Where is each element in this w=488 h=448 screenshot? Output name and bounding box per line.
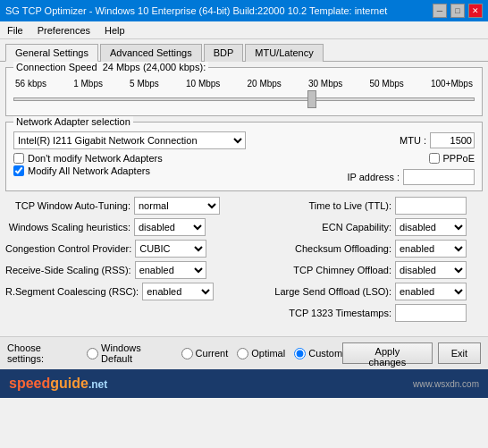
setting-rsc: R.Segment Coalescing (RSC): enableddisab…	[5, 283, 240, 300]
adapter-drop-row: Intel(R) I211 Gigabit Network Connection	[13, 131, 246, 149]
radio-custom-input[interactable]	[294, 348, 306, 359]
logo-guide: guide	[50, 376, 88, 391]
checksum-label: Checksum Offloading:	[248, 243, 391, 254]
logo-credit: www.wsxdn.com	[413, 378, 479, 389]
chimney-select[interactable]: disabledenabled	[395, 261, 467, 279]
adapter-select[interactable]: Intel(R) I211 Gigabit Network Connection	[13, 131, 246, 149]
choose-settings-area: Choose settings: Windows Default Current…	[7, 342, 342, 364]
rss-select[interactable]: enableddisabled	[135, 261, 206, 279]
setting-rss: Receive-Side Scaling (RSS): enableddisab…	[5, 261, 240, 279]
setting-lso: Large Send Offload (LSO): enableddisable…	[248, 283, 483, 300]
bottom-bar: Choose settings: Windows Default Current…	[0, 336, 488, 369]
mtu-label: MTU :	[400, 135, 426, 146]
menu-bar: File Preferences Help	[0, 21, 488, 39]
setting-chimney: TCP Chimney Offload: disabledenabled	[248, 261, 483, 279]
apply-changes-button[interactable]: Apply changes	[342, 342, 433, 364]
radio-group: Windows Default Current Optimal Custom	[87, 342, 342, 364]
scaling-heuristics-label: Windows Scaling heuristics:	[5, 222, 130, 232]
ip-address-row: IP address :	[348, 169, 475, 185]
adapter-checkboxes: Don't modify Network Adapters Modify All…	[13, 153, 163, 178]
ip-address-label: IP address :	[348, 172, 400, 182]
speed-slider[interactable]	[13, 90, 475, 108]
tcp-window-select[interactable]: normaldisabledhighlyrestrictedrestricted…	[134, 197, 220, 215]
pppoe-checkbox[interactable]	[429, 153, 440, 164]
lso-select[interactable]: enableddisabled	[395, 283, 467, 300]
radio-optimal: Optimal	[237, 348, 285, 359]
adapter-right-options: PPPoE IP address :	[348, 153, 475, 185]
settings-grid: TCP Window Auto-Tuning: normaldisabledhi…	[5, 197, 483, 325]
window-title: SG TCP Optimizer - Windows 10 Enterprise…	[5, 5, 387, 16]
lso-label: Large Send Offload (LSO):	[248, 286, 391, 297]
pppoe-row: PPPoE	[429, 153, 475, 164]
modify-all-label: Modify All Network Adapters	[28, 165, 150, 176]
rsc-select[interactable]: enableddisabled	[142, 283, 214, 300]
checkbox-dont-modify: Don't modify Network Adapters	[13, 153, 163, 164]
menu-file[interactable]: File	[4, 24, 27, 37]
congestion-label: Congestion Control Provider:	[5, 243, 131, 254]
ecn-select[interactable]: disabledenabled	[395, 218, 467, 236]
logo-text: speedguide.net	[9, 376, 107, 391]
window-controls: ─ □ ✕	[433, 4, 483, 18]
pppoe-label: PPPoE	[443, 153, 475, 164]
menu-help[interactable]: Help	[101, 24, 129, 37]
choose-settings-label: Choose settings:	[7, 342, 80, 364]
radio-windows-default: Windows Default	[87, 342, 172, 364]
timestamps-input[interactable]	[395, 304, 467, 322]
left-settings-col: TCP Window Auto-Tuning: normaldisabledhi…	[5, 197, 240, 325]
right-settings-col: Time to Live (TTL): ECN Capability: disa…	[248, 197, 483, 325]
minimize-button[interactable]: ─	[433, 4, 447, 18]
exit-button[interactable]: Exit	[438, 342, 481, 364]
logo: speedguide.net	[9, 376, 107, 392]
maximize-button[interactable]: □	[450, 4, 465, 18]
checkbox-modify-all: Modify All Network Adapters	[13, 165, 163, 176]
rss-label: Receive-Side Scaling (RSS):	[5, 265, 131, 275]
chimney-label: TCP Chimney Offload:	[248, 265, 391, 275]
main-content: Connection Speed 24 Mbps (24,000 kbps): …	[0, 62, 488, 336]
title-bar: SG TCP Optimizer - Windows 10 Enterprise…	[0, 0, 488, 21]
setting-ecn: ECN Capability: disabledenabled	[248, 218, 483, 236]
modify-all-checkbox[interactable]	[13, 165, 24, 176]
speed-section: Connection Speed 24 Mbps (24,000 kbps): …	[5, 67, 483, 116]
adapter-section-title: Network Adapter selection	[13, 116, 133, 127]
dont-modify-checkbox[interactable]	[13, 153, 24, 164]
dont-modify-label: Don't modify Network Adapters	[28, 153, 163, 164]
rsc-label: R.Segment Coalescing (RSC):	[5, 286, 139, 297]
ecn-label: ECN Capability:	[248, 222, 391, 232]
logo-speed: speed	[9, 376, 50, 391]
congestion-select[interactable]: CUBICctcpnone	[135, 240, 206, 258]
mtu-input[interactable]	[430, 132, 475, 148]
logo-bar: speedguide.net www.wsxdn.com	[0, 369, 488, 398]
close-button[interactable]: ✕	[468, 4, 483, 18]
mtu-row: MTU :	[400, 132, 475, 148]
speed-marks: 56 kbps 1 Mbps 5 Mbps 10 Mbps 20 Mbps 30…	[13, 79, 475, 89]
radio-current: Current	[181, 348, 229, 359]
radio-optimal-input[interactable]	[237, 348, 248, 359]
setting-ttl: Time to Live (TTL):	[248, 197, 483, 215]
setting-tcp-window: TCP Window Auto-Tuning: normaldisabledhi…	[5, 197, 240, 215]
tab-advanced-settings[interactable]: Advanced Settings	[100, 44, 202, 62]
ttl-label: Time to Live (TTL):	[248, 200, 391, 211]
radio-windows-default-input[interactable]	[87, 348, 98, 359]
checksum-select[interactable]: enableddisabled	[395, 240, 467, 258]
tab-bdp[interactable]: BDP	[204, 44, 244, 62]
logo-net: .net	[88, 378, 107, 391]
ip-address-input[interactable]	[403, 169, 475, 185]
setting-congestion: Congestion Control Provider: CUBICctcpno…	[5, 240, 240, 258]
tcp-window-label: TCP Window Auto-Tuning:	[5, 200, 130, 211]
adapter-main-row: Intel(R) I211 Gigabit Network Connection…	[13, 131, 475, 149]
tab-mtu-latency[interactable]: MTU/Latency	[245, 44, 323, 62]
ttl-input[interactable]	[395, 197, 467, 215]
speed-section-title: Connection Speed 24 Mbps (24,000 kbps):	[13, 62, 208, 72]
scaling-heuristics-select[interactable]: disabledenabled	[134, 218, 206, 236]
radio-custom: Custom	[294, 348, 342, 359]
timestamps-label: TCP 1323 Timestamps:	[248, 308, 391, 318]
setting-scaling-heuristics: Windows Scaling heuristics: disabledenab…	[5, 218, 240, 236]
tab-bar: General Settings Advanced Settings BDP M…	[0, 39, 488, 62]
setting-timestamps: TCP 1323 Timestamps:	[248, 304, 483, 322]
adapter-section: Network Adapter selection Intel(R) I211 …	[5, 122, 483, 191]
tab-general-settings[interactable]: General Settings	[5, 44, 98, 62]
setting-checksum: Checksum Offloading: enableddisabled	[248, 240, 483, 258]
menu-preferences[interactable]: Preferences	[34, 24, 94, 37]
radio-current-input[interactable]	[181, 348, 193, 359]
bottom-buttons: Apply changes Exit	[342, 342, 481, 364]
